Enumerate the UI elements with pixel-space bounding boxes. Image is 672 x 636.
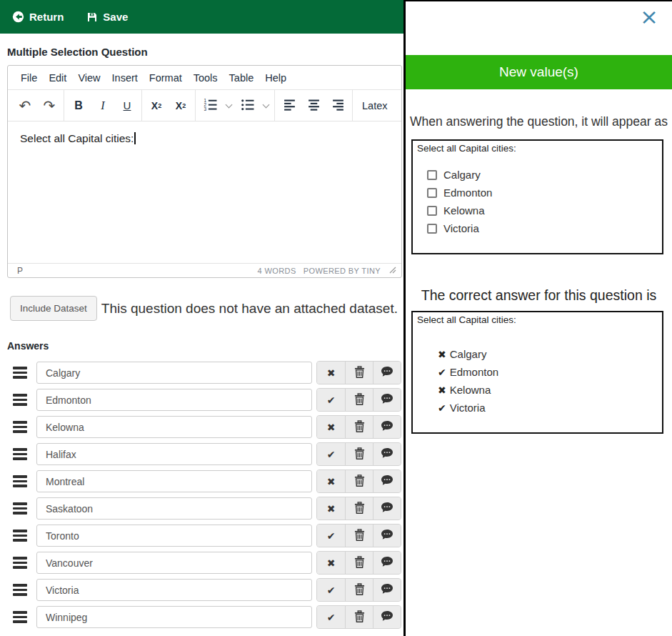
delete-answer-button[interactable] xyxy=(345,525,373,547)
underline-button[interactable]: U xyxy=(115,94,139,118)
comment-answer-button[interactable] xyxy=(373,525,401,547)
drag-handle-icon[interactable] xyxy=(13,530,27,542)
menu-file[interactable]: File xyxy=(15,69,43,86)
align-right-button[interactable] xyxy=(326,94,350,118)
include-dataset-button[interactable]: Include Dataset xyxy=(10,296,97,321)
delete-answer-button[interactable] xyxy=(345,497,373,520)
comment-answer-button[interactable] xyxy=(373,389,401,411)
answer-text-input[interactable] xyxy=(36,525,312,547)
undo-button[interactable]: ↶ xyxy=(13,94,37,118)
correct-toggle-button[interactable]: ✖ xyxy=(317,470,345,492)
resize-grip-icon[interactable] xyxy=(389,267,396,275)
drag-handle-icon[interactable] xyxy=(13,394,27,406)
answer-text-input[interactable] xyxy=(36,443,312,465)
comment-answer-button[interactable] xyxy=(373,552,401,574)
delete-answer-button[interactable] xyxy=(345,416,373,438)
delete-answer-button[interactable] xyxy=(345,552,373,574)
align-center-button[interactable] xyxy=(301,94,326,118)
delete-answer-button[interactable] xyxy=(345,470,373,492)
menu-table[interactable]: Table xyxy=(224,69,260,86)
menu-format[interactable]: Format xyxy=(144,69,188,86)
correct-toggle-button[interactable]: ✔ xyxy=(317,389,345,411)
numbered-list-button[interactable]: 123 xyxy=(198,94,222,118)
checkbox[interactable] xyxy=(427,170,437,180)
comment-answer-button[interactable] xyxy=(373,497,401,520)
redo-button[interactable]: ↷ xyxy=(37,94,61,118)
drag-handle-icon[interactable] xyxy=(13,584,27,596)
answer-row: ✖ xyxy=(7,361,401,384)
editor-content-area[interactable]: Select all Capital cities: xyxy=(8,121,401,263)
menu-view[interactable]: View xyxy=(72,69,106,86)
checkbox[interactable] xyxy=(427,188,437,198)
answer-text-input[interactable] xyxy=(36,389,312,411)
align-left-button[interactable] xyxy=(277,94,301,118)
answer-text-input[interactable] xyxy=(36,552,312,574)
correct-toggle-button[interactable]: ✖ xyxy=(317,416,345,438)
correct-toggle-button[interactable]: ✖ xyxy=(317,552,345,574)
correct-toggle-button[interactable]: ✔ xyxy=(317,525,345,547)
delete-answer-button[interactable] xyxy=(345,362,373,384)
superscript-button[interactable]: X2 xyxy=(144,94,169,118)
checkbox[interactable] xyxy=(427,224,437,234)
comment-answer-button[interactable] xyxy=(373,443,401,465)
check-icon: ✔ xyxy=(327,612,336,623)
comment-answer-button[interactable] xyxy=(373,416,401,438)
comment-answer-button[interactable] xyxy=(373,362,401,384)
preview-question-text: Select all Capital cities: xyxy=(417,143,658,154)
check-icon: ✔ xyxy=(327,449,336,460)
comment-answer-button[interactable] xyxy=(373,470,401,492)
cross-icon: ✖ xyxy=(327,557,336,569)
correct-toggle-button[interactable]: ✔ xyxy=(317,606,345,628)
correct-toggle-button[interactable]: ✖ xyxy=(317,362,345,384)
return-button[interactable]: Return xyxy=(12,11,64,23)
answer-text-input[interactable] xyxy=(36,470,312,492)
answer-label: Calgary xyxy=(450,348,487,360)
save-label: Save xyxy=(103,11,128,23)
comment-answer-button[interactable] xyxy=(373,579,401,601)
answer-text-input[interactable] xyxy=(36,362,312,384)
delete-answer-button[interactable] xyxy=(345,389,373,411)
delete-answer-button[interactable] xyxy=(345,606,373,628)
answer-text-input[interactable] xyxy=(36,497,312,520)
italic-button[interactable]: I xyxy=(91,94,115,118)
comment-icon xyxy=(381,610,393,624)
save-button[interactable]: Save xyxy=(86,11,128,23)
drag-handle-icon[interactable] xyxy=(13,421,27,433)
comment-answer-button[interactable] xyxy=(373,606,401,628)
menu-help[interactable]: Help xyxy=(259,69,292,86)
answer-text-input[interactable] xyxy=(36,416,312,438)
latex-button[interactable]: Latex xyxy=(355,94,394,118)
drag-handle-icon[interactable] xyxy=(13,557,27,569)
correct-toggle-button[interactable]: ✖ xyxy=(317,497,345,520)
numbered-list-menu-button[interactable] xyxy=(222,94,235,118)
menu-insert[interactable]: Insert xyxy=(106,69,144,86)
svg-text:3: 3 xyxy=(204,106,206,111)
drag-handle-icon[interactable] xyxy=(13,448,27,460)
drag-handle-icon[interactable] xyxy=(13,611,27,623)
powered-by-tiny[interactable]: POWERED BY TINY xyxy=(304,267,381,275)
trash-icon xyxy=(354,529,365,543)
correct-answer-item: ✔ Edmonton xyxy=(438,363,658,381)
drag-handle-icon[interactable] xyxy=(13,502,27,515)
answer-text-input[interactable] xyxy=(36,579,312,601)
element-path[interactable]: P xyxy=(17,266,258,276)
correct-toggle-button[interactable]: ✔ xyxy=(317,443,345,465)
panel-title-bar: New value(s) xyxy=(406,55,672,89)
correct-toggle-button[interactable]: ✔ xyxy=(317,579,345,601)
bold-button[interactable]: B xyxy=(66,94,91,118)
bullet-list-menu-button[interactable] xyxy=(259,94,272,118)
menu-tools[interactable]: Tools xyxy=(188,69,224,86)
undo-arrow-icon: ↶ xyxy=(19,99,31,113)
delete-answer-button[interactable] xyxy=(345,579,373,601)
menu-edit[interactable]: Edit xyxy=(43,69,72,86)
drag-handle-icon[interactable] xyxy=(13,367,27,379)
delete-answer-button[interactable] xyxy=(345,443,373,465)
drag-handle-icon[interactable] xyxy=(13,475,27,487)
subscript-button[interactable]: X2 xyxy=(169,94,193,118)
answer-text-input[interactable] xyxy=(36,606,312,628)
checkbox[interactable] xyxy=(427,206,437,216)
question-text: Select all Capital cities: xyxy=(20,132,134,144)
chevron-down-icon xyxy=(262,101,269,108)
close-icon[interactable]: × xyxy=(640,6,658,28)
bullet-list-button[interactable] xyxy=(235,94,259,118)
